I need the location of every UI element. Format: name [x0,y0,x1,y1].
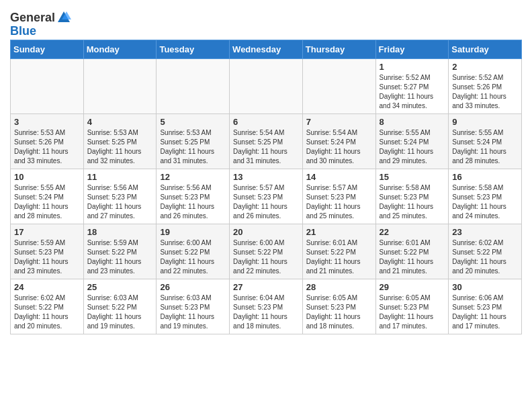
calendar-day-cell: 24Sunrise: 6:02 AM Sunset: 5:22 PM Dayli… [11,279,84,334]
page-header: General Blue [10,7,522,37]
day-number: 25 [87,282,153,292]
day-number: 29 [380,282,445,292]
calendar-day-cell: 8Sunrise: 5:55 AM Sunset: 5:24 PM Daylig… [375,114,449,169]
day-number: 16 [452,172,518,182]
calendar-day-cell [11,59,84,114]
day-number: 15 [380,172,445,182]
calendar-day-cell: 5Sunrise: 5:53 AM Sunset: 5:25 PM Daylig… [157,114,230,169]
calendar-day-cell: 18Sunrise: 5:59 AM Sunset: 5:22 PM Dayli… [83,224,157,279]
day-info: Sunrise: 5:58 AM Sunset: 5:23 PM Dayligh… [452,183,518,221]
calendar-day-cell: 10Sunrise: 5:55 AM Sunset: 5:24 PM Dayli… [11,169,84,224]
day-info: Sunrise: 5:59 AM Sunset: 5:22 PM Dayligh… [87,238,153,276]
day-info: Sunrise: 5:57 AM Sunset: 5:23 PM Dayligh… [306,183,372,221]
weekday-header: Saturday [449,40,522,59]
day-number: 28 [306,282,372,292]
calendar-day-cell [157,59,230,114]
calendar-week-row: 24Sunrise: 6:02 AM Sunset: 5:22 PM Dayli… [11,279,522,334]
calendar-day-cell: 26Sunrise: 6:03 AM Sunset: 5:23 PM Dayli… [157,279,230,334]
day-info: Sunrise: 6:04 AM Sunset: 5:23 PM Dayligh… [233,293,299,331]
calendar-day-cell: 21Sunrise: 6:01 AM Sunset: 5:22 PM Dayli… [302,224,375,279]
calendar-week-row: 10Sunrise: 5:55 AM Sunset: 5:24 PM Dayli… [11,169,522,224]
day-number: 30 [452,282,518,292]
day-info: Sunrise: 6:00 AM Sunset: 5:22 PM Dayligh… [160,238,226,276]
day-number: 14 [306,172,372,182]
day-number: 6 [233,117,299,127]
weekday-row: SundayMondayTuesdayWednesdayThursdayFrid… [11,40,522,59]
day-info: Sunrise: 6:01 AM Sunset: 5:22 PM Dayligh… [306,238,372,276]
calendar-day-cell: 22Sunrise: 6:01 AM Sunset: 5:22 PM Dayli… [375,224,449,279]
calendar-day-cell: 6Sunrise: 5:54 AM Sunset: 5:25 PM Daylig… [230,114,303,169]
logo: General Blue [10,7,71,37]
day-number: 9 [452,117,518,127]
day-number: 12 [160,172,226,182]
calendar-day-cell: 17Sunrise: 5:59 AM Sunset: 5:23 PM Dayli… [11,224,84,279]
day-info: Sunrise: 6:05 AM Sunset: 5:23 PM Dayligh… [306,293,372,331]
day-number: 8 [380,117,445,127]
day-info: Sunrise: 6:03 AM Sunset: 5:22 PM Dayligh… [87,293,153,331]
day-number: 21 [306,227,372,237]
day-info: Sunrise: 6:00 AM Sunset: 5:22 PM Dayligh… [233,238,299,276]
logo-blue-text: Blue [10,25,36,37]
day-info: Sunrise: 6:02 AM Sunset: 5:22 PM Dayligh… [452,238,518,276]
day-info: Sunrise: 5:56 AM Sunset: 5:23 PM Dayligh… [87,183,153,221]
day-info: Sunrise: 5:54 AM Sunset: 5:24 PM Dayligh… [306,128,372,166]
weekday-header: Wednesday [230,40,303,59]
calendar-day-cell: 28Sunrise: 6:05 AM Sunset: 5:23 PM Dayli… [302,279,375,334]
calendar-day-cell: 1Sunrise: 5:52 AM Sunset: 5:27 PM Daylig… [375,59,449,114]
calendar-day-cell [302,59,375,114]
calendar-header: SundayMondayTuesdayWednesdayThursdayFrid… [11,40,522,59]
day-info: Sunrise: 6:02 AM Sunset: 5:22 PM Dayligh… [14,293,80,331]
logo-general-text: General [10,11,55,24]
calendar-day-cell: 2Sunrise: 5:52 AM Sunset: 5:26 PM Daylig… [449,59,522,114]
day-number: 13 [233,172,299,182]
day-info: Sunrise: 5:59 AM Sunset: 5:23 PM Dayligh… [14,238,80,276]
day-info: Sunrise: 5:53 AM Sunset: 5:26 PM Dayligh… [14,128,80,166]
calendar-day-cell: 11Sunrise: 5:56 AM Sunset: 5:23 PM Dayli… [83,169,157,224]
calendar-day-cell: 14Sunrise: 5:57 AM Sunset: 5:23 PM Dayli… [302,169,375,224]
calendar-day-cell [230,59,303,114]
day-number: 24 [14,282,80,292]
calendar-week-row: 1Sunrise: 5:52 AM Sunset: 5:27 PM Daylig… [11,59,522,114]
calendar-day-cell: 12Sunrise: 5:56 AM Sunset: 5:23 PM Dayli… [157,169,230,224]
calendar-day-cell: 19Sunrise: 6:00 AM Sunset: 5:22 PM Dayli… [157,224,230,279]
weekday-header: Sunday [11,40,84,59]
day-number: 10 [14,172,80,182]
day-number: 5 [160,117,226,127]
day-info: Sunrise: 5:52 AM Sunset: 5:27 PM Dayligh… [380,73,445,111]
day-number: 27 [233,282,299,292]
calendar-day-cell [83,59,157,114]
calendar-day-cell: 9Sunrise: 5:55 AM Sunset: 5:24 PM Daylig… [449,114,522,169]
weekday-header: Thursday [302,40,375,59]
day-number: 1 [380,62,445,72]
day-info: Sunrise: 5:55 AM Sunset: 5:24 PM Dayligh… [452,128,518,166]
day-number: 7 [306,117,372,127]
day-info: Sunrise: 6:06 AM Sunset: 5:23 PM Dayligh… [452,293,518,331]
weekday-header: Friday [375,40,449,59]
day-number: 26 [160,282,226,292]
day-info: Sunrise: 6:05 AM Sunset: 5:23 PM Dayligh… [380,293,445,331]
weekday-header: Tuesday [157,40,230,59]
day-number: 3 [14,117,80,127]
day-number: 23 [452,227,518,237]
calendar-body: 1Sunrise: 5:52 AM Sunset: 5:27 PM Daylig… [11,59,522,334]
day-number: 20 [233,227,299,237]
day-info: Sunrise: 5:53 AM Sunset: 5:25 PM Dayligh… [160,128,226,166]
day-number: 4 [87,117,153,127]
weekday-header: Monday [83,40,157,59]
day-number: 18 [87,227,153,237]
calendar-day-cell: 20Sunrise: 6:00 AM Sunset: 5:22 PM Dayli… [230,224,303,279]
day-number: 17 [14,227,80,237]
day-info: Sunrise: 6:03 AM Sunset: 5:23 PM Dayligh… [160,293,226,331]
calendar-week-row: 17Sunrise: 5:59 AM Sunset: 5:23 PM Dayli… [11,224,522,279]
calendar-day-cell: 16Sunrise: 5:58 AM Sunset: 5:23 PM Dayli… [449,169,522,224]
calendar-day-cell: 3Sunrise: 5:53 AM Sunset: 5:26 PM Daylig… [11,114,84,169]
day-info: Sunrise: 5:52 AM Sunset: 5:26 PM Dayligh… [452,73,518,111]
calendar-day-cell: 27Sunrise: 6:04 AM Sunset: 5:23 PM Dayli… [230,279,303,334]
calendar-day-cell: 29Sunrise: 6:05 AM Sunset: 5:23 PM Dayli… [375,279,449,334]
calendar-day-cell: 25Sunrise: 6:03 AM Sunset: 5:22 PM Dayli… [83,279,157,334]
day-number: 19 [160,227,226,237]
day-info: Sunrise: 5:53 AM Sunset: 5:25 PM Dayligh… [87,128,153,166]
logo-icon [56,10,71,25]
day-info: Sunrise: 5:55 AM Sunset: 5:24 PM Dayligh… [14,183,80,221]
calendar-day-cell: 23Sunrise: 6:02 AM Sunset: 5:22 PM Dayli… [449,224,522,279]
